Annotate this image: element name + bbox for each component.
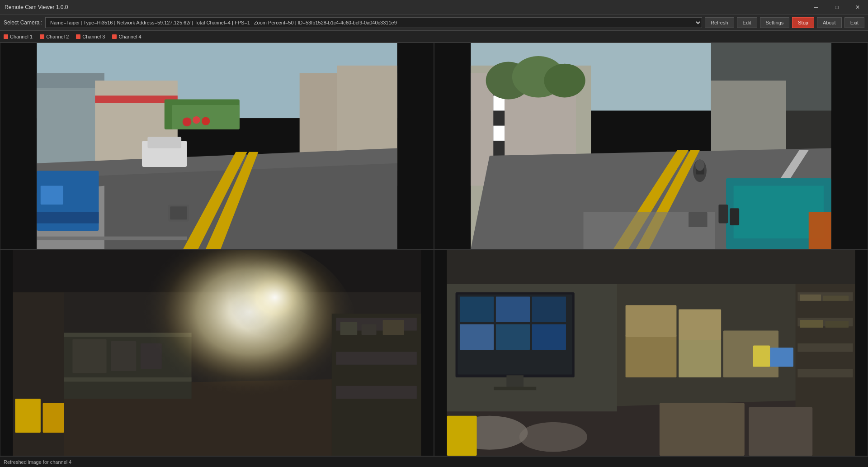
svg-rect-46 (809, 212, 831, 249)
minimize-button[interactable]: ─ (806, 0, 826, 14)
svg-rect-79 (496, 296, 530, 322)
svg-rect-65 (332, 314, 421, 456)
video-cell-1[interactable] (0, 43, 434, 249)
video-cell-4[interactable] (434, 249, 868, 456)
about-button[interactable]: About (817, 17, 842, 28)
cam4-feed (434, 250, 868, 456)
svg-rect-67 (336, 352, 417, 365)
svg-rect-96 (800, 295, 821, 301)
svg-rect-56 (43, 403, 64, 433)
channel-tab-4[interactable]: Channel 4 (112, 34, 141, 39)
svg-rect-48 (730, 208, 739, 225)
statusbar: Refreshed image for channel 4 (0, 456, 868, 467)
svg-rect-105 (660, 403, 745, 456)
svg-rect-84 (506, 375, 524, 388)
svg-rect-55 (15, 399, 40, 433)
svg-rect-103 (770, 348, 793, 367)
channel-tab-2[interactable]: Channel 2 (40, 34, 69, 39)
svg-rect-83 (532, 324, 566, 350)
video-cell-3[interactable] (0, 249, 434, 456)
edit-button[interactable]: Edit (737, 17, 757, 28)
svg-rect-95 (797, 369, 853, 377)
close-button[interactable]: ✕ (847, 0, 868, 14)
cam2-feed (434, 43, 868, 249)
channel-tabs: Channel 1 Channel 2 Channel 3 Channel 4 (0, 31, 868, 43)
svg-rect-73 (447, 250, 855, 284)
svg-point-101 (519, 422, 587, 452)
svg-rect-104 (753, 346, 770, 367)
app-title: Remote Cam Viewer 1.0.0 (5, 4, 68, 10)
status-message: Refreshed image for channel 4 (4, 459, 71, 465)
channel-1-dot (4, 34, 8, 39)
settings-button[interactable]: Settings (760, 17, 790, 28)
channel-tab-3[interactable]: Channel 3 (76, 34, 105, 39)
camera-select[interactable]: Name=Taipei | Type=Hi3516 | Network Addr… (45, 17, 702, 28)
channel-4-dot (112, 34, 117, 39)
svg-rect-99 (825, 321, 849, 328)
svg-rect-87 (679, 339, 721, 377)
toolbar: Select Camera : Name=Taipei | Type=Hi351… (0, 14, 868, 31)
svg-rect-90 (679, 310, 721, 340)
channel-2-dot (40, 34, 44, 39)
svg-rect-19 (37, 237, 187, 240)
svg-rect-106 (749, 407, 812, 456)
svg-rect-47 (718, 205, 728, 224)
camera-select-label: Select Camera : (4, 19, 42, 26)
svg-rect-50 (689, 212, 708, 227)
refresh-button[interactable]: Refresh (705, 17, 734, 28)
cam3-feed (0, 250, 434, 456)
maximize-button[interactable]: □ (826, 0, 847, 14)
svg-rect-80 (532, 296, 566, 322)
svg-point-64 (183, 250, 336, 386)
svg-point-24 (202, 117, 210, 125)
svg-point-43 (695, 159, 704, 171)
video-grid (0, 43, 868, 456)
svg-rect-81 (460, 324, 494, 350)
svg-rect-94 (797, 343, 853, 352)
svg-rect-102 (447, 416, 477, 456)
svg-rect-68 (336, 386, 417, 399)
svg-rect-97 (823, 296, 849, 301)
exit-button[interactable]: Exit (844, 17, 864, 28)
svg-rect-71 (383, 320, 404, 335)
svg-rect-78 (460, 296, 494, 322)
cam1-feed (0, 43, 434, 249)
svg-rect-98 (800, 320, 823, 328)
svg-rect-85 (494, 387, 536, 391)
channel-4-label: Channel 4 (118, 34, 141, 39)
svg-rect-86 (626, 335, 677, 377)
channel-3-dot (76, 34, 80, 39)
channel-tab-1[interactable]: Channel 1 (4, 34, 33, 39)
svg-rect-16 (37, 212, 99, 224)
svg-point-22 (183, 117, 192, 126)
titlebar: Remote Cam Viewer 1.0.0 ─ □ ✕ (0, 0, 868, 14)
svg-rect-15 (41, 186, 63, 205)
channel-3-label: Channel 3 (82, 34, 105, 39)
svg-rect-69 (340, 322, 358, 335)
svg-rect-70 (362, 324, 377, 335)
stop-button[interactable]: Stop (792, 17, 814, 28)
channel-1-label: Channel 1 (10, 34, 33, 39)
svg-rect-21 (170, 206, 187, 219)
channel-2-label: Channel 2 (46, 34, 69, 39)
svg-rect-82 (496, 324, 530, 350)
svg-point-34 (544, 64, 585, 98)
svg-rect-30 (493, 126, 505, 141)
svg-rect-89 (626, 305, 677, 337)
svg-point-23 (193, 116, 200, 124)
window-controls: ─ □ ✕ (806, 0, 868, 14)
video-cell-2[interactable] (434, 43, 868, 249)
svg-rect-60 (72, 339, 106, 373)
svg-rect-18 (147, 137, 181, 148)
